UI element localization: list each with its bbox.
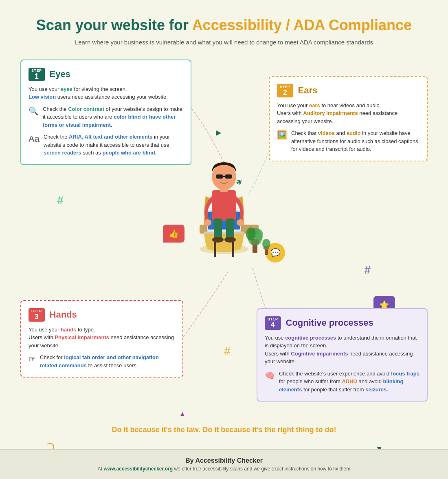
card-ears-title: Ears (298, 85, 318, 96)
step-badge-2: STEP 2 (277, 84, 293, 97)
footer-link[interactable]: www.accessibilitychecker.org (104, 466, 173, 472)
card-ears: STEP 2 Ears You use your ears to hear vi… (269, 76, 428, 161)
svg-rect-6 (204, 232, 244, 234)
svg-rect-16 (226, 219, 234, 239)
svg-rect-15 (214, 219, 222, 239)
cards-area: # # # # ◀ ▶ ✈ ▲ ▼ ↄ Ↄ 👍 💬 ⭐ STEP 1 Eyes (20, 60, 428, 463)
card-cognitive-title: Cognitive processes (286, 318, 373, 328)
card-ears-check1: 🖼️ Check that videos and audio in your w… (277, 129, 419, 153)
cursor-icon: ☞ (29, 354, 36, 364)
card-hands: STEP 3 Hands You use your hands to type.… (20, 300, 183, 378)
page-wrapper: Scan your website for Accessibility / AD… (0, 0, 448, 479)
deco-hash-3: # (364, 263, 371, 276)
card-hands-check1: ☞ Check for logical tab order and other … (29, 353, 175, 369)
card-ears-text1: You use your ears to hear videos and aud… (277, 102, 419, 126)
page-subtitle: Learn where your business is vulnerable … (20, 38, 428, 47)
step-badge-4: STEP 4 (265, 316, 281, 330)
card-cognitive-check1-text: Check the website's user experience and … (279, 370, 419, 394)
svg-point-8 (204, 219, 211, 226)
svg-point-26 (262, 239, 270, 249)
svg-point-22 (246, 227, 256, 241)
card-hands-check1-text: Check for logical tab order and other na… (40, 353, 175, 369)
svg-point-18 (224, 237, 236, 243)
card-ears-check1-text: Check that videos and audio in your webs… (291, 129, 419, 153)
card-eyes-check1-text: Check the Color contrast of your website… (43, 105, 183, 129)
svg-rect-7 (212, 190, 236, 221)
deco-hash-4: # (224, 345, 231, 358)
page-title: Scan your website for Accessibility / AD… (20, 16, 428, 34)
svg-point-9 (237, 219, 244, 226)
card-eyes-check2-text: Check the ARIA, Alt text and other eleme… (44, 133, 183, 157)
cta-text: Do it because it's the law. Do it becaus… (0, 426, 448, 434)
text-icon: Aa (29, 134, 40, 144)
footer-brand: By Accessibility Checker (8, 457, 440, 464)
person-illustration (167, 125, 281, 272)
card-cognitive-text1: You use cognitive processes to understan… (265, 334, 419, 366)
svg-point-17 (212, 237, 224, 243)
card-hands-text1: You use your hands to type. Users with P… (29, 326, 175, 350)
header: Scan your website for Accessibility / AD… (20, 16, 428, 47)
footer: By Accessibility Checker At www.accessib… (0, 449, 448, 479)
step-badge-3: STEP 3 (29, 308, 45, 322)
card-eyes-text1: You use your eyes for viewing the screen… (29, 85, 183, 101)
card-hands-title: Hands (50, 309, 77, 320)
card-cognitive-check1: 🧠 Check the website's user experience an… (265, 370, 419, 394)
deco-hash-1: # (57, 194, 64, 207)
card-eyes-check1: 🔍 Check the Color contrast of your websi… (29, 105, 183, 129)
card-cognitive: STEP 4 Cognitive processes You use cogni… (257, 308, 428, 402)
step-badge-1: STEP 1 (29, 68, 45, 81)
card-eyes-check2: Aa Check the ARIA, Alt text and other el… (29, 133, 183, 157)
brain-icon: 🧠 (265, 371, 275, 380)
deco-triangle-3: ▲ (179, 410, 186, 417)
card-eyes-title: Eyes (50, 69, 70, 79)
svg-point-23 (255, 229, 263, 241)
search-icon: 🔍 (29, 106, 39, 116)
svg-rect-24 (265, 249, 268, 255)
svg-rect-12 (216, 174, 223, 179)
svg-rect-13 (225, 174, 232, 179)
footer-text: At www.accessibilitychecker.org we offer… (8, 466, 440, 472)
card-eyes: STEP 1 Eyes You use your eyes for viewin… (20, 60, 191, 165)
